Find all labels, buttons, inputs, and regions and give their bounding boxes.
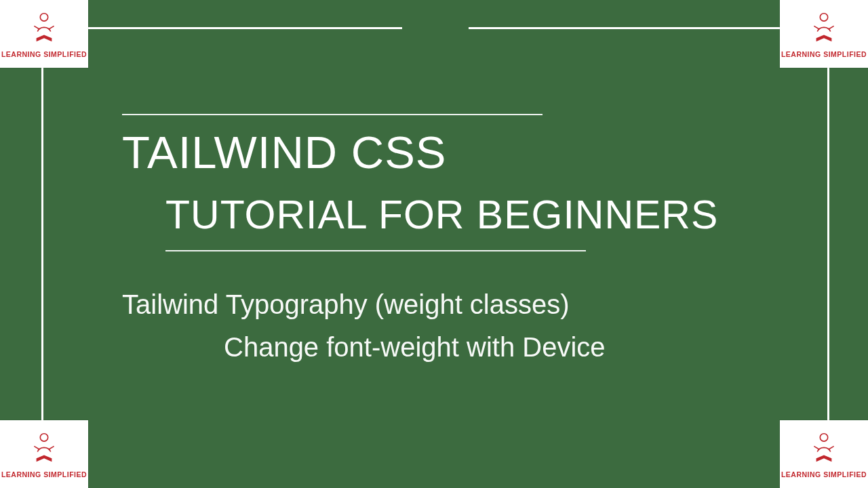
slide-content: TAILWIND CSS TUTORIAL FOR BEGINNERS Tail… — [122, 114, 793, 363]
svg-point-2 — [40, 434, 47, 441]
logo-card-top-right: LEARNING SIMPLIFIED — [780, 0, 868, 68]
logo-caption: LEARNING SIMPLIFIED — [1, 470, 87, 479]
logo-card-bottom-left: LEARNING SIMPLIFIED — [0, 420, 88, 488]
logo-card-bottom-right: LEARNING SIMPLIFIED — [780, 420, 868, 488]
logo-caption: LEARNING SIMPLIFIED — [781, 50, 867, 58]
slide-subtitle-line2: Change font-weight with Device — [224, 332, 793, 363]
divider-bottom — [165, 250, 586, 251]
logo-caption: LEARNING SIMPLIFIED — [781, 470, 867, 479]
learning-simplified-icon — [806, 9, 842, 47]
svg-point-1 — [820, 14, 827, 21]
learning-simplified-icon — [26, 9, 62, 47]
learning-simplified-icon — [26, 430, 62, 468]
slide-subtitle-line1: Tailwind Typography (weight classes) — [122, 289, 793, 320]
slide-title-line2: TUTORIAL FOR BEGINNERS — [165, 192, 793, 238]
learning-simplified-icon — [806, 430, 842, 468]
divider-top — [122, 114, 542, 115]
slide-title-line1: TAILWIND CSS — [122, 126, 793, 178]
svg-point-0 — [40, 14, 47, 21]
svg-point-3 — [820, 434, 827, 441]
logo-card-top-left: LEARNING SIMPLIFIED — [0, 0, 88, 68]
logo-caption: LEARNING SIMPLIFIED — [1, 50, 87, 58]
